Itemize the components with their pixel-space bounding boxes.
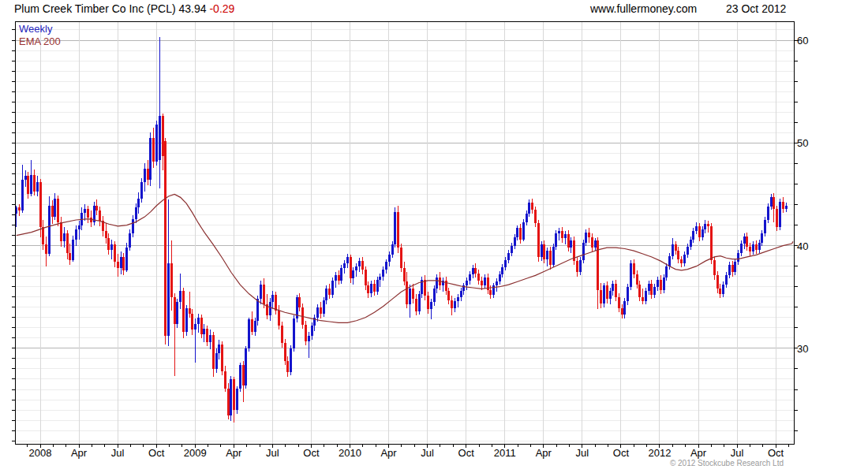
candle-body (415, 299, 417, 311)
x-axis-label: Apr (380, 447, 396, 459)
candle-body (135, 207, 137, 218)
candle-body (206, 329, 208, 342)
x-axis-label: Oct (768, 447, 784, 459)
candle-body (627, 287, 629, 301)
candle-body (155, 125, 158, 162)
y-axis-label: 50 (797, 137, 808, 149)
candle-body (350, 257, 352, 278)
candle-body (87, 209, 89, 218)
candle-body (570, 240, 572, 248)
candle-body (361, 261, 364, 269)
candle-body (176, 302, 178, 323)
candle-body (69, 253, 71, 260)
candle-body (394, 212, 396, 245)
candle-body (236, 389, 238, 410)
candle-body (340, 268, 342, 281)
candle-body (648, 284, 650, 291)
candle-body (653, 287, 656, 295)
candle-body (230, 379, 232, 415)
candle-body (782, 202, 784, 209)
x-axis-label: Oct (303, 447, 319, 459)
candle-body (534, 210, 537, 223)
candle-body (412, 289, 414, 299)
candle-body (555, 233, 557, 247)
candle-body (120, 257, 122, 268)
candle-body (687, 247, 689, 255)
candle-body (251, 319, 253, 332)
candle-body (406, 281, 408, 304)
candle-body (541, 244, 543, 257)
candle-body (343, 263, 346, 269)
candle-body (185, 308, 188, 332)
candle-body (761, 233, 763, 243)
candle-body (692, 231, 694, 239)
candle-body (194, 324, 196, 330)
candle-body (447, 291, 450, 300)
candle-body (256, 299, 259, 320)
candle-body (162, 116, 164, 156)
candle-body (388, 255, 391, 262)
y-axis-label: 60 (797, 35, 808, 47)
candle-body (33, 175, 36, 192)
candle-body (454, 301, 456, 308)
candle-body (242, 365, 245, 385)
candle-body (469, 274, 471, 281)
candle-body (355, 266, 357, 270)
candle-body (275, 295, 277, 311)
candle-body (298, 297, 301, 307)
candle-body (519, 228, 522, 239)
candle-body (526, 214, 528, 222)
candle-body (773, 197, 775, 208)
candle-body (767, 207, 769, 220)
candle-body (418, 294, 421, 311)
candle-body (489, 290, 492, 296)
candle-body (558, 231, 560, 233)
candle-body (78, 225, 80, 229)
x-axis-label: Jul (576, 447, 589, 459)
candle-body (203, 329, 205, 334)
candle-body (731, 265, 734, 272)
candle-body (66, 233, 69, 253)
candle-body (612, 284, 614, 291)
candle-body (140, 182, 143, 199)
candle-body (263, 285, 265, 304)
candle-body (36, 182, 39, 192)
x-axis-label: 2009 (184, 447, 207, 459)
candle-body (424, 280, 426, 296)
x-axis-label: Apr (71, 447, 87, 459)
candle-body (650, 284, 653, 295)
candle-body (335, 275, 337, 281)
candle-body (755, 244, 758, 250)
candle-body (606, 285, 608, 299)
candle-body (167, 263, 170, 337)
candle-body (122, 257, 125, 270)
candle-body (481, 281, 483, 286)
candle-body (152, 138, 155, 162)
x-axis-label: Jul (266, 447, 279, 459)
candle-body (370, 284, 372, 293)
candle-body (576, 261, 578, 272)
candle-body (472, 268, 474, 274)
candle-body (403, 268, 406, 281)
candle-body (212, 335, 215, 369)
candle-body (770, 197, 773, 207)
candle-body (15, 207, 17, 214)
candle-body (603, 285, 605, 303)
candle-body (758, 243, 761, 250)
candle-body (585, 233, 587, 243)
x-axis-label: 2010 (339, 447, 361, 459)
candle-body (254, 321, 256, 332)
candle-body (24, 176, 27, 180)
candle-body (567, 234, 570, 248)
x-axis-label: 2008 (29, 447, 52, 459)
candle-body (84, 209, 86, 213)
candle-body (221, 345, 223, 371)
candle-body (385, 262, 387, 269)
candle-body (582, 243, 585, 260)
candle-body (132, 219, 134, 233)
candle-body (189, 308, 191, 314)
candle-body (409, 289, 411, 304)
candle-body (54, 199, 56, 217)
candle-body (638, 285, 641, 297)
candle-body (137, 199, 140, 208)
